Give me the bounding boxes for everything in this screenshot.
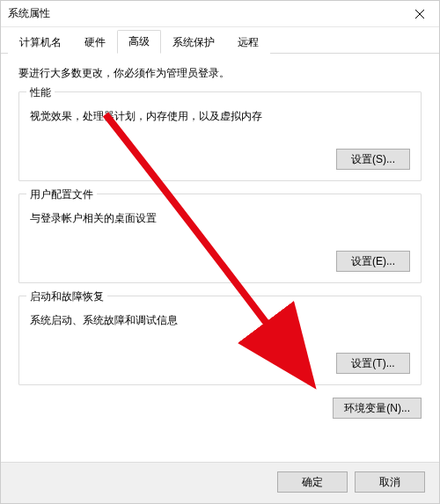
- tab-remote[interactable]: 远程: [226, 31, 270, 54]
- system-properties-window: 系统属性 计算机名 硬件 高级 系统保护 远程 要进行大多数更改，你必须作为管理…: [0, 0, 440, 504]
- tab-advanced[interactable]: 高级: [117, 30, 161, 54]
- startup-recovery-group: 启动和故障恢复 系统启动、系统故障和调试信息 设置(T)...: [18, 296, 422, 385]
- user-profiles-settings-button[interactable]: 设置(E)...: [336, 251, 410, 272]
- cancel-button[interactable]: 取消: [355, 471, 425, 493]
- titlebar: 系统属性: [1, 1, 439, 27]
- admin-note: 要进行大多数更改，你必须作为管理员登录。: [18, 66, 422, 81]
- performance-group: 性能 视觉效果，处理器计划，内存使用，以及虚拟内存 设置(S)...: [18, 91, 422, 181]
- startup-recovery-settings-button[interactable]: 设置(T)...: [336, 353, 410, 374]
- tabs: 计算机名 硬件 高级 系统保护 远程: [1, 27, 439, 54]
- startup-recovery-title: 启动和故障恢复: [26, 289, 107, 304]
- env-vars-row: 环境变量(N)...: [18, 398, 422, 422]
- tab-hardware[interactable]: 硬件: [73, 31, 117, 54]
- ok-button[interactable]: 确定: [277, 471, 348, 493]
- content-area: 要进行大多数更改，你必须作为管理员登录。 性能 视觉效果，处理器计划，内存使用，…: [1, 54, 439, 462]
- dialog-footer: 确定 取消: [1, 462, 439, 503]
- close-button[interactable]: [400, 1, 439, 27]
- performance-settings-button[interactable]: 设置(S)...: [336, 149, 410, 170]
- performance-title: 性能: [26, 85, 55, 100]
- user-profiles-desc: 与登录帐户相关的桌面设置: [30, 211, 410, 226]
- tab-computer-name[interactable]: 计算机名: [8, 31, 73, 54]
- close-icon: [415, 10, 424, 18]
- environment-variables-button[interactable]: 环境变量(N)...: [333, 398, 422, 419]
- user-profiles-title: 用户配置文件: [26, 187, 97, 202]
- tab-system-protection[interactable]: 系统保护: [161, 31, 226, 54]
- startup-recovery-desc: 系统启动、系统故障和调试信息: [30, 313, 410, 328]
- user-profiles-group: 用户配置文件 与登录帐户相关的桌面设置 设置(E)...: [18, 194, 422, 283]
- window-title: 系统属性: [8, 6, 50, 21]
- performance-desc: 视觉效果，处理器计划，内存使用，以及虚拟内存: [30, 109, 410, 124]
